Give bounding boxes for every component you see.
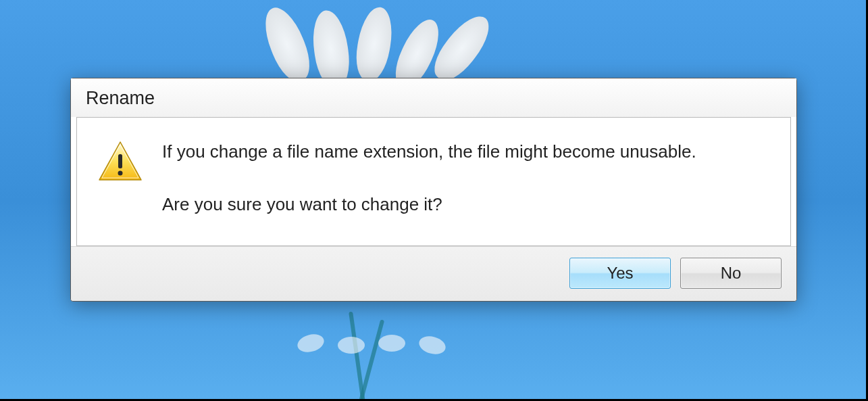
dialog-message-line2: Are you sure you want to change it? [162, 192, 696, 216]
dialog-message: If you change a file name extension, the… [162, 139, 696, 217]
dialog-footer: Yes No [71, 246, 796, 301]
desktop-wallpaper-stem [349, 312, 372, 401]
desktop-wallpaper-petal [257, 2, 317, 87]
dialog-message-line1: If you change a file name extension, the… [162, 139, 696, 164]
warning-icon [97, 139, 143, 185]
rename-dialog: Rename If you change a file name extensi… [70, 78, 797, 302]
dialog-title: Rename [71, 78, 796, 117]
desktop-wallpaper-petal [295, 331, 326, 355]
desktop-wallpaper-petal [378, 335, 405, 352]
dialog-body: If you change a file name extension, the… [76, 117, 791, 246]
svg-point-1 [118, 171, 123, 176]
svg-rect-0 [118, 154, 122, 168]
desktop-wallpaper-petal [417, 333, 447, 357]
desktop-wallpaper-petal [338, 337, 365, 354]
desktop-wallpaper-petal [426, 8, 499, 88]
no-button[interactable]: No [680, 258, 782, 289]
desktop-wallpaper-petal [352, 5, 397, 84]
yes-button[interactable]: Yes [569, 258, 671, 289]
